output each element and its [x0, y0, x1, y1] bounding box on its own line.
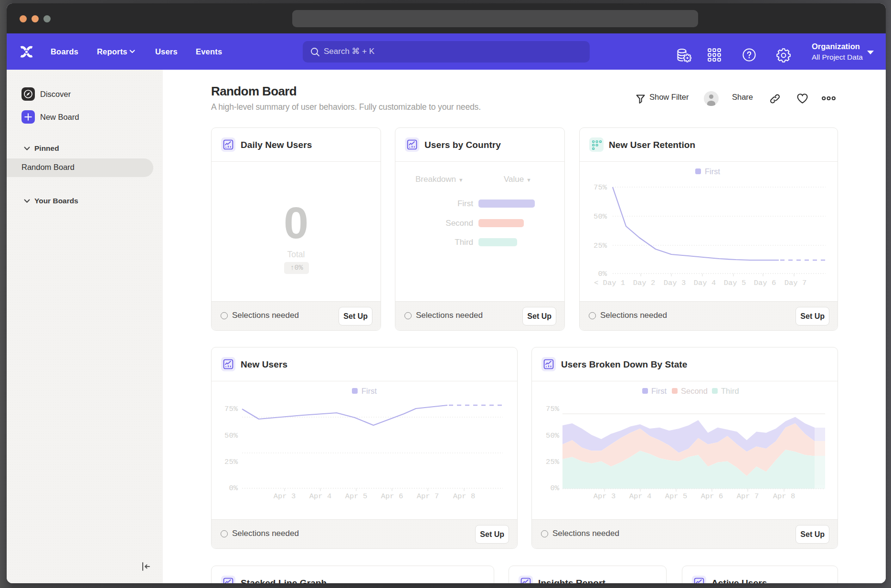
svg-text:First: First	[651, 387, 667, 395]
svg-text:Apr 3: Apr 3	[594, 492, 616, 501]
svg-text:25%: 25%	[594, 242, 607, 250]
svg-text:25%: 25%	[546, 458, 560, 466]
svg-text:First: First	[705, 167, 720, 176]
svg-text:0%: 0%	[229, 484, 238, 493]
svg-text:< Day 1: < Day 1	[594, 279, 625, 287]
svg-text:75%: 75%	[594, 183, 607, 192]
svg-text:75%: 75%	[224, 405, 238, 413]
svg-text:Second: Second	[681, 387, 708, 395]
svg-text:Third: Third	[721, 387, 739, 395]
svg-text:Apr 7: Apr 7	[737, 492, 759, 501]
svg-text:Day 4: Day 4	[694, 279, 716, 287]
svg-text:Apr 3: Apr 3	[274, 492, 296, 501]
svg-text:50%: 50%	[546, 431, 560, 440]
svg-text:25%: 25%	[224, 458, 238, 466]
svg-text:Day 2: Day 2	[633, 279, 656, 287]
svg-text:Apr 7: Apr 7	[417, 492, 439, 501]
svg-text:Day 3: Day 3	[664, 279, 686, 287]
svg-text:0%: 0%	[598, 270, 607, 278]
svg-text:Day 5: Day 5	[724, 279, 746, 287]
svg-text:Apr 4: Apr 4	[629, 492, 652, 501]
svg-text:0%: 0%	[550, 484, 559, 493]
svg-text:Day 7: Day 7	[785, 279, 807, 287]
svg-text:Apr 8: Apr 8	[453, 492, 476, 501]
svg-text:Apr 4: Apr 4	[309, 492, 332, 501]
svg-text:Apr 5: Apr 5	[665, 492, 688, 501]
svg-text:50%: 50%	[224, 431, 238, 440]
svg-text:Apr 6: Apr 6	[701, 492, 723, 501]
svg-text:Apr 5: Apr 5	[345, 492, 368, 501]
svg-text:75%: 75%	[546, 405, 560, 413]
svg-text:Day 6: Day 6	[754, 279, 776, 287]
svg-text:Apr 8: Apr 8	[773, 492, 796, 501]
svg-text:50%: 50%	[594, 212, 607, 221]
svg-text:Apr 6: Apr 6	[381, 492, 403, 501]
svg-text:First: First	[361, 387, 377, 395]
